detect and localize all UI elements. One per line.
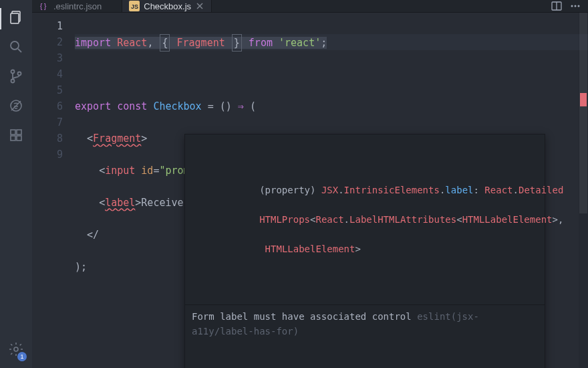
line-gutter: 1 2 3 4 5 6 7 8 9: [32, 13, 75, 368]
tab-eslintrc[interactable]: { } .eslintrc.json: [32, 0, 122, 12]
svg-line-8: [11, 101, 21, 110]
editor[interactable]: 1 2 3 4 5 6 7 8 9 import React, { Fragme…: [32, 13, 588, 368]
svg-rect-9: [11, 130, 15, 134]
activity-explorer[interactable]: [0, 5, 32, 32]
activity-debug[interactable]: [0, 94, 32, 120]
svg-line-3: [18, 49, 21, 52]
line-number: 6: [32, 98, 63, 114]
line-number: 1: [32, 18, 63, 34]
extensions-icon: [8, 127, 24, 146]
git-branch-icon: [8, 68, 24, 87]
svg-point-2: [11, 41, 19, 50]
code-line: [75, 66, 588, 82]
json-icon: { }: [39, 1, 49, 11]
line-number: 2: [32, 34, 63, 50]
svg-point-13: [14, 347, 18, 351]
activity-settings[interactable]: 1: [0, 337, 32, 364]
hover-signature: (property) JSX.IntrinsicElements.label: …: [185, 164, 545, 275]
svg-point-5: [11, 80, 15, 83]
line-number: 8: [32, 130, 63, 147]
tab-bar: { } .eslintrc.json JS Checkbox.js: [32, 0, 588, 13]
tab-label: Checkbox.js: [144, 1, 191, 11]
svg-rect-10: [11, 136, 15, 141]
more-icon[interactable]: [569, 0, 581, 12]
close-icon[interactable]: [195, 1, 204, 11]
svg-point-25: [575, 5, 577, 7]
activity-source-control[interactable]: [0, 64, 32, 91]
line-number: 4: [32, 66, 63, 82]
svg-rect-12: [17, 130, 21, 134]
svg-point-6: [18, 72, 21, 76]
files-icon: [8, 9, 24, 28]
tab-label: .eslintrc.json: [53, 1, 102, 11]
line-number: 3: [32, 50, 63, 66]
line-number: 7: [32, 114, 63, 130]
scrollbar-vertical[interactable]: [579, 13, 588, 368]
code-line: export const Checkbox = () ⇒ (: [75, 98, 588, 114]
line-number: 5: [32, 82, 63, 98]
code-line: import React, { Fragment } from 'react';: [75, 34, 588, 50]
activity-bar: 1: [0, 0, 32, 368]
svg-text:JS: JS: [131, 3, 138, 10]
hover-message: Form label must have associated control …: [185, 304, 545, 343]
bug-slash-icon: [8, 98, 24, 116]
svg-point-24: [571, 5, 573, 7]
activity-search[interactable]: [0, 35, 32, 62]
settings-badge: 1: [17, 352, 27, 361]
svg-rect-1: [11, 13, 19, 23]
svg-text:{ }: { }: [40, 3, 47, 10]
svg-point-4: [11, 70, 15, 74]
svg-point-26: [578, 5, 580, 7]
split-editor-icon[interactable]: [551, 0, 563, 12]
hover-widget: (property) JSX.IntrinsicElements.label: …: [184, 134, 545, 368]
tab-checkbox[interactable]: JS Checkbox.js: [122, 0, 212, 12]
search-icon: [8, 39, 24, 58]
code-area[interactable]: import React, { Fragment } from 'react';…: [75, 13, 588, 368]
svg-rect-11: [17, 136, 21, 141]
activity-extensions[interactable]: [0, 123, 32, 150]
line-number: 9: [32, 147, 63, 163]
scroll-thumb[interactable]: [579, 13, 587, 213]
scroll-error-marker: [580, 93, 587, 106]
js-icon: JS: [129, 1, 140, 11]
